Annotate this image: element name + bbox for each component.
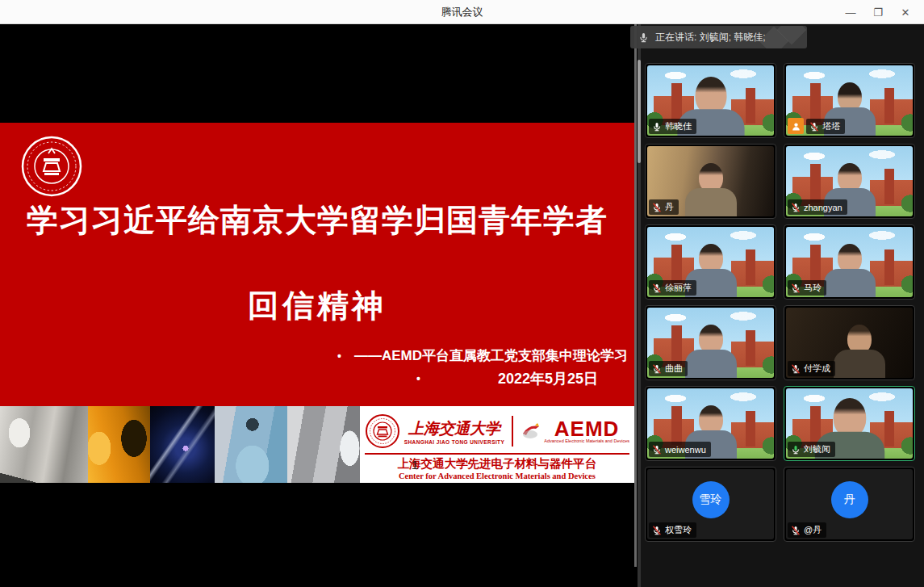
avatar-text: 丹	[844, 493, 855, 507]
lab-photo-3	[150, 406, 215, 483]
sjtu-name-en: SHANGHAI JIAO TONG UNIVERSITY	[404, 439, 505, 445]
aemd-name: AEMD	[554, 419, 620, 438]
participant-nameplate: 徐丽萍	[649, 280, 696, 296]
sjtu-wordmark: 上海交通大学 SHANGHAI JIAO TONG UNIVERSITY	[404, 418, 505, 445]
mic-status-icon	[791, 526, 801, 535]
mic-status-icon	[791, 445, 801, 455]
participant-tile[interactable]: zhangyan	[784, 144, 915, 219]
slide-subtitle: • ——AEMD平台直属教工党支部集中理论学习	[337, 346, 628, 365]
presentation-slide: 学习习近平给南京大学留学归国青年学者 回信精神 • ——AEMD平台直属教工党支…	[0, 123, 634, 406]
mic-status-icon	[791, 203, 801, 212]
lab-photo-1	[0, 406, 88, 483]
red-rule	[365, 453, 629, 455]
participant-name: @丹	[804, 524, 822, 536]
participant-name: 马玲	[804, 282, 822, 294]
mic-status-icon	[652, 364, 662, 374]
participant-video	[786, 65, 913, 136]
slide-footer-strip: 上海交通大学 SHANGHAI JIAO TONG UNIVERSITY AEM…	[0, 406, 634, 483]
participant-tile[interactable]: weiwenwu	[645, 386, 776, 461]
participant-name: 塔塔	[822, 120, 840, 132]
mic-status-icon	[791, 364, 801, 374]
avatar: 雪玲	[692, 481, 730, 518]
participant-nameplate: 塔塔	[806, 119, 845, 134]
logo-row: 上海交通大学 SHANGHAI JIAO TONG UNIVERSITY AEM…	[365, 410, 629, 452]
aemd-swoosh-icon	[521, 421, 541, 442]
participant-tile[interactable]: 马玲	[784, 224, 915, 300]
mic-status-icon	[652, 526, 662, 535]
aemd-subtext: Advanced Electronic Materials and Device…	[544, 438, 629, 443]
platform-name-en: Center for Advanced Electronic Materials…	[365, 472, 629, 480]
slide-date-text: 2022年5月25日	[498, 369, 598, 388]
mic-status-icon	[652, 445, 662, 455]
sjtu-name-cn: 上海交通大学	[408, 418, 500, 439]
participants-sidebar: 韩晓佳 塔塔	[638, 24, 924, 587]
logo-divider	[512, 416, 513, 447]
participant-nameplate: zhangyan	[788, 199, 847, 215]
restore-button[interactable]: ❐	[864, 0, 892, 24]
participant-nameplate: 马玲	[788, 280, 826, 296]
platform-name-cn: 上海交通大学先进电子材料与器件平台	[365, 456, 629, 472]
participant-figure	[683, 325, 739, 378]
title-bar: 腾讯会议 — ❐ ✕	[0, 0, 924, 24]
mic-status-icon	[652, 283, 662, 293]
slide-title-line2: 回信精神	[0, 284, 634, 328]
participant-nameplate: weiwenwu	[649, 442, 711, 457]
minimize-button[interactable]: —	[837, 0, 864, 24]
sidebar-scrollbar-track[interactable]	[638, 24, 641, 587]
participant-tile[interactable]: 刘毓闻	[784, 386, 915, 461]
participant-nameplate: 丹	[649, 199, 679, 215]
participant-name: 曲曲	[665, 363, 683, 375]
mic-status-icon	[652, 203, 662, 212]
participant-tile[interactable]: 丹 @丹	[784, 467, 915, 542]
slide-page-number: 1	[412, 458, 418, 472]
participant-grid: 韩晓佳 塔塔	[645, 63, 917, 542]
aemd-logo: AEMD Advanced Electronic Materials and D…	[521, 419, 629, 443]
lab-photo-2	[88, 406, 150, 483]
participant-tile[interactable]: 韩晓佳	[645, 63, 776, 138]
participant-nameplate: @丹	[788, 522, 826, 538]
sidebar-scrollbar-thumb[interactable]	[638, 60, 641, 163]
window-controls: — ❐ ✕	[837, 0, 919, 24]
participant-nameplate: 付学成	[788, 361, 835, 376]
participant-nameplate: 权雪玲	[649, 522, 696, 538]
close-button[interactable]: ✕	[892, 0, 919, 24]
avatar-text: 雪玲	[700, 493, 722, 507]
bullet: •	[416, 372, 420, 385]
screen-share-badge-icon	[788, 118, 804, 134]
shared-screen-area: 学习习近平给南京大学留学归国青年学者 回信精神 • ——AEMD平台直属教工党支…	[0, 24, 636, 587]
sjtu-seal-icon	[19, 134, 84, 199]
lab-photo-4	[215, 406, 287, 483]
participant-figure	[831, 325, 888, 378]
participant-tile[interactable]: 付学成	[784, 305, 915, 380]
participant-figure	[683, 163, 739, 216]
participant-name: weiwenwu	[665, 445, 706, 455]
participant-name: 丹	[665, 201, 674, 213]
participant-tile[interactable]: 塔塔	[784, 63, 915, 138]
participant-name: zhangyan	[804, 203, 842, 212]
participant-tile[interactable]: 曲曲	[645, 305, 776, 380]
participant-tile[interactable]: 丹	[645, 144, 776, 219]
microphone-icon	[638, 32, 649, 43]
slide-date: • 2022年5月25日	[416, 369, 598, 388]
window-title: 腾讯会议	[441, 5, 483, 19]
mic-status-icon	[791, 283, 801, 293]
lab-photo-5	[287, 406, 360, 483]
speaking-toast: 正在讲话: 刘毓闻; 韩晓佳;	[630, 26, 807, 48]
sjtu-seal-red-icon	[365, 413, 400, 449]
shared-window-scrollbar[interactable]	[634, 24, 637, 567]
logo-panel: 上海交通大学 SHANGHAI JIAO TONG UNIVERSITY AEM…	[360, 406, 634, 483]
bullet: •	[337, 350, 341, 363]
participant-nameplate: 韩晓佳	[649, 119, 696, 134]
participant-name: 徐丽萍	[665, 282, 692, 294]
participant-figure	[822, 244, 878, 297]
participant-name: 韩晓佳	[665, 120, 692, 132]
participant-nameplate: 刘毓闻	[788, 442, 835, 457]
participant-tile[interactable]: 雪玲 权雪玲	[645, 467, 776, 542]
participant-name: 权雪玲	[665, 524, 692, 536]
slide-subtitle-text: ——AEMD平台直属教工党支部集中理论学习	[354, 346, 628, 365]
participant-nameplate: 曲曲	[649, 361, 688, 376]
mic-status-icon	[809, 122, 819, 132]
participant-tile[interactable]: 徐丽萍	[645, 224, 776, 300]
speaking-toast-text: 正在讲话: 刘毓闻; 韩晓佳;	[655, 31, 766, 44]
participant-name: 刘毓闻	[804, 443, 830, 455]
